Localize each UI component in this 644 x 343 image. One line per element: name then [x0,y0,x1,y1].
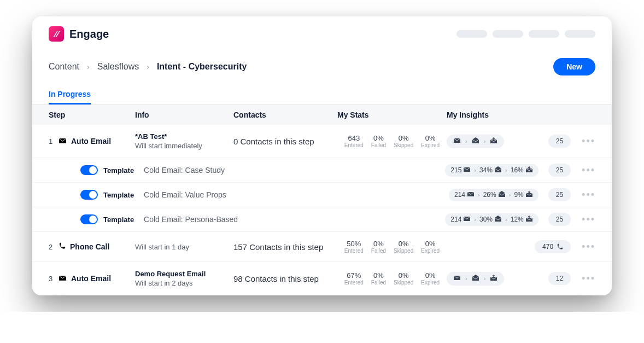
template-progress-pill: 214›30%›12% [445,213,538,226]
row-menu-button[interactable]: ••• [582,136,595,147]
contacts-cell: 0 Contacts in this step [233,137,337,146]
breadcrumb-item[interactable]: Salesflows [97,62,139,72]
stat-entered: 643Entered [344,134,364,148]
insight-count-pill: 470 [535,240,571,253]
chevron-right-icon: › [484,275,486,282]
envelope-open-icon [498,191,506,199]
row-menu-button[interactable]: ••• [582,214,595,225]
app-window: Engage Content › Salesflows › Intent - C… [32,16,612,295]
tab-in-progress[interactable]: In Progress [49,85,91,104]
progress-value: 214 [450,216,461,223]
brand-logo-icon [49,26,64,42]
count-value: 470 [542,243,553,251]
breadcrumb-item[interactable]: Content [49,62,79,72]
envelope-open-icon [472,137,479,146]
stats-cell: 67%Entered0%Failed0%Skipped0%Expired [337,271,447,286]
envelope-icon [58,136,67,146]
step-name-cell: Auto Email [58,136,135,146]
info-subtitle: Will start in 2 days [135,279,233,287]
row-menu-button[interactable]: ••• [582,241,595,253]
count-value: 25 [556,137,563,145]
stat-expired: 0%Expired [421,134,440,148]
info-subtitle: Will start in 1 day [135,243,233,251]
nav-placeholder [493,30,523,38]
insight-count-pill: 12 [548,272,571,285]
chevron-right-icon: › [505,216,507,223]
table-body: 1Auto Email*AB Test*Will start immediate… [32,125,612,295]
envelope-download-icon [525,216,533,224]
count-value: 25 [556,166,563,174]
step-row[interactable]: 3Auto EmailDemo Request EmailWill start … [32,262,612,295]
top-nav-placeholder [456,30,595,38]
progress-value: 12% [511,216,524,223]
insight-count-pill: 25 [548,135,571,148]
template-name: Cold Email: Case Study [144,166,225,175]
stat-skipped: 0%Skipped [394,271,413,286]
insight-sequence-pill: ›› [447,135,504,148]
progress-value: 30% [479,216,493,223]
insights-cell: ››12••• [447,272,595,286]
row-menu-button[interactable]: ••• [582,165,595,176]
template-insights: 214›30%›12%25••• [445,213,595,226]
template-label: Template [103,191,134,199]
progress-value: 34% [479,166,493,174]
chevron-right-icon: › [478,191,480,198]
stat-failed: 0%Failed [371,134,386,148]
chevron-right-icon: › [465,275,467,282]
step-row[interactable]: 2Phone CallWill start in 1 day157 Contac… [32,232,612,262]
breadcrumb-current: Intent - Cybersecurity [157,62,247,72]
insights-cell: ››25••• [447,135,595,148]
step-number: 1 [49,137,58,146]
header-row: Content › Salesflows › Intent - Cybersec… [32,51,612,85]
brand[interactable]: Engage [49,26,109,42]
template-label: Template [103,216,134,224]
template-toggle[interactable] [80,165,98,175]
template-name: Cold Email: Persona-Based [144,215,238,224]
stats-cell: 50%Entered0%Failed0%Skipped0%Expired [337,240,447,254]
stat-entered: 50%Entered [344,240,364,254]
envelope-open-icon [494,166,502,175]
col-header-contacts: Contacts [233,111,337,119]
step-name: Auto Email [71,274,111,283]
count-value: 25 [556,191,563,199]
phone-icon [58,242,66,252]
chevron-right-icon: › [509,191,511,198]
template-toggle[interactable] [80,214,98,224]
envelope-icon [463,166,471,174]
step-row[interactable]: 1Auto Email*AB Test*Will start immediate… [32,125,612,158]
envelope-icon [453,137,461,145]
template-row[interactable]: TemplateCold Email: Case Study215›34%›16… [32,158,612,183]
envelope-icon [453,275,461,282]
new-button[interactable]: New [553,58,595,75]
envelope-download-icon [490,275,497,283]
progress-value: 214 [454,191,465,199]
count-value: 25 [556,216,563,223]
template-count-pill: 25 [548,164,571,177]
template-insights: 214›26%›9%25••• [449,188,595,201]
chevron-right-icon: › [465,138,467,144]
chevron-right-icon: › [87,62,90,71]
nav-placeholder [529,30,559,38]
tab-bar: In Progress [32,85,612,105]
nav-placeholder [565,30,595,38]
template-row[interactable]: TemplateCold Email: Persona-Based214›30%… [32,207,612,232]
stat-skipped: 0%Skipped [394,134,413,148]
template-row[interactable]: TemplateCold Email: Value Props214›26%›9… [32,183,612,207]
chevron-right-icon: › [474,216,476,223]
breadcrumb: Content › Salesflows › Intent - Cybersec… [49,62,247,72]
template-insights: 215›34%›16%25••• [445,164,595,177]
stats-cell: 643Entered0%Failed0%Skipped0%Expired [337,134,447,148]
progress-value: 26% [483,191,496,199]
stat-expired: 0%Expired [421,240,440,254]
envelope-download-icon [525,191,533,199]
nav-placeholder [456,30,487,38]
step-name: Phone Call [70,242,109,251]
row-menu-button[interactable]: ••• [582,189,595,201]
info-title: Demo Request Email [135,270,233,278]
template-count-pill: 25 [548,213,571,226]
template-toggle[interactable] [80,190,98,200]
info-cell: Demo Request EmailWill start in 2 days [135,270,233,287]
template-progress-pill: 215›34%›16% [445,164,538,177]
template-progress-pill: 214›26%›9% [449,189,538,201]
row-menu-button[interactable]: ••• [582,273,595,284]
